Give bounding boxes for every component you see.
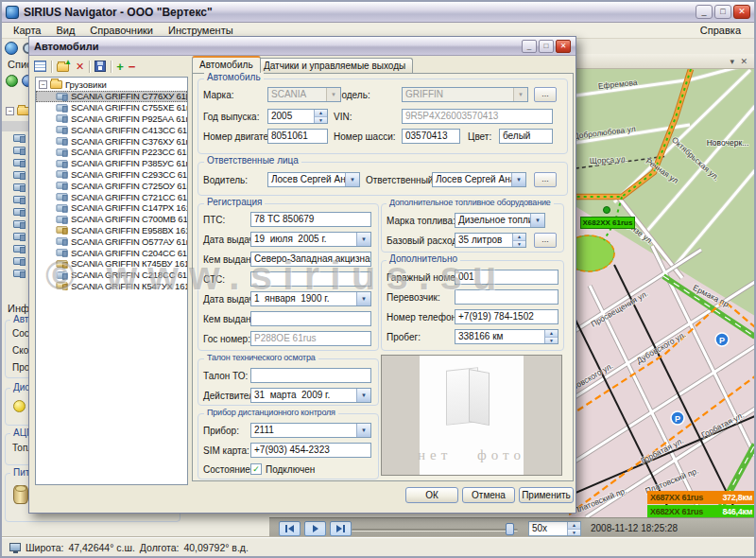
folder-up-icon[interactable]: ▲: [57, 61, 71, 73]
pts-date-picker[interactable]: 19 июля 2005 г.: [250, 232, 371, 247]
pane-close-icon[interactable]: ✕: [740, 57, 747, 66]
tree-item[interactable]: SCANIA GRIFFIN С413СС 61rus: [36, 124, 187, 135]
fuel-brand-combo[interactable]: Дизельное топливо: [455, 213, 545, 228]
spinner-arrows[interactable]: [567, 522, 580, 535]
tree-item[interactable]: SCANIA GRIFFIN С376ХУ 61rus: [36, 135, 187, 147]
navigate-icon[interactable]: [5, 42, 18, 55]
add-icon[interactable]: +: [116, 61, 124, 73]
skip-back-button[interactable]: [279, 521, 301, 536]
menu-vid[interactable]: Вид: [48, 24, 82, 37]
route-legend-orange[interactable]: Х687ХХ 61rus 372,8км: [647, 491, 755, 504]
chassis-field[interactable]: 03570413: [402, 129, 460, 144]
mileage-spinner[interactable]: 338166 км: [455, 329, 558, 344]
globe-icon[interactable]: [6, 75, 18, 87]
driver-combo[interactable]: Лосев Сергей Анатоль: [267, 172, 360, 187]
pts-issuer-field[interactable]: Северо-Западная акцизная т: [250, 252, 371, 267]
dialog-titlebar[interactable]: Автомобили: [29, 37, 576, 56]
vin-field[interactable]: 9R5P4X26003570413: [402, 109, 553, 124]
tree-item[interactable]: SCANIA GRIFFIN С218СС 61rus: [36, 270, 187, 281]
tree-item[interactable]: SCANIA GRIFFIN Р925АА 61rus: [36, 113, 187, 125]
tree-item[interactable]: SCANIA GRIFFIN С721СС 61rus: [36, 191, 187, 202]
tab-datchiki[interactable]: Датчики и управляемые выходы: [256, 58, 413, 73]
timeline-slider[interactable]: [352, 529, 518, 532]
tree-item[interactable]: SCANIA GRIFFIN К745ВУ 161rus: [36, 258, 187, 270]
persons-browse-button[interactable]: ...: [534, 172, 557, 187]
tree-item[interactable]: SCANIA GRIFFIN С725ОУ 61rus: [36, 180, 187, 191]
fuel-browse-button[interactable]: ...: [534, 233, 557, 248]
play-button[interactable]: [304, 521, 326, 536]
skip-forward-button[interactable]: [330, 521, 352, 536]
dialog-maximize-button[interactable]: [539, 40, 554, 53]
map-canvas[interactable]: P P ЕфремоваДобролюбова улЩорса ул.Октяб…: [569, 69, 755, 517]
carrier-field[interactable]: [455, 289, 558, 305]
pts-field[interactable]: 78 ТС 850679: [250, 212, 371, 227]
speed-spinner[interactable]: 50x: [528, 521, 581, 536]
color-field[interactable]: белый: [499, 129, 553, 144]
phone-field[interactable]: +7(919) 784-1502: [455, 309, 558, 324]
close-button[interactable]: [733, 5, 750, 19]
valid-until-picker[interactable]: 31 марта 2009 г.: [250, 388, 371, 403]
delete-icon[interactable]: ✕: [76, 61, 84, 73]
save-icon[interactable]: [94, 61, 106, 72]
pane-collapse-icon[interactable]: ▾: [730, 57, 734, 66]
vehicle-map-label[interactable]: Х682ХХ 61rus: [580, 217, 635, 229]
minimize-button[interactable]: [696, 5, 713, 19]
sts-field[interactable]: [250, 271, 371, 287]
tree-item[interactable]: SCANIA GRIFFIN С204СС 61rus: [36, 247, 187, 258]
restore-button[interactable]: [714, 5, 731, 19]
tab-avtomobil[interactable]: Автомобиль: [192, 56, 261, 73]
apply-button[interactable]: Применить: [519, 487, 574, 503]
spinner-arrows[interactable]: [314, 110, 327, 123]
sts-date-picker[interactable]: 1 января 1900 г.: [250, 291, 371, 306]
connected-checkbox[interactable]: [250, 463, 262, 475]
device-combo[interactable]: 2111: [250, 423, 371, 438]
tree-item[interactable]: SCANIA GRIFFIN С755ХЕ 61rus: [36, 102, 187, 113]
spinner-arrows[interactable]: [512, 234, 525, 247]
year-spinner[interactable]: 2005: [267, 109, 328, 124]
remove-icon[interactable]: −: [129, 61, 136, 73]
vehicle-marker[interactable]: [604, 207, 610, 214]
fuel-rate-spinner[interactable]: 35 литров: [455, 233, 526, 248]
garage-field[interactable]: 001: [455, 270, 558, 285]
chevron-down-icon[interactable]: [356, 424, 370, 437]
chevron-down-icon[interactable]: [356, 389, 370, 402]
chevron-down-icon[interactable]: [511, 173, 525, 186]
expander-icon[interactable]: [39, 80, 47, 89]
responsible-combo[interactable]: Лосев Сергей Анатоль: [432, 172, 526, 187]
tree-item[interactable]: SCANIA GRIFFIN О577АУ 61rus: [36, 235, 187, 247]
chevron-down-icon[interactable]: [356, 233, 370, 246]
chevron-down-icon[interactable]: [326, 88, 340, 101]
sidebar-tree-selection[interactable]: [2, 121, 30, 131]
tree-item[interactable]: SCANIA GRIFFIN С700МВ 61rus: [36, 214, 187, 225]
list-view-icon[interactable]: [34, 61, 46, 72]
engine-field[interactable]: 8051061: [267, 129, 328, 144]
dialog-minimize-button[interactable]: [522, 40, 537, 53]
marka-combo[interactable]: SCANIA: [267, 87, 341, 102]
tree-item[interactable]: SCANIA GRIFFIN С147РХ 161rus: [36, 202, 187, 214]
tree-item[interactable]: SCANIA GRIFFIN Е958ВХ 161rus: [36, 225, 187, 236]
menu-karta[interactable]: Карта: [6, 24, 48, 37]
tree-item[interactable]: SCANIA GRIFFIN К547УХ 161rus: [36, 281, 187, 292]
spinner-arrows[interactable]: [544, 330, 558, 343]
timeline-thumb[interactable]: [506, 523, 514, 535]
model-combo[interactable]: GRIFFIN: [402, 87, 528, 102]
menu-spravka[interactable]: Справка: [691, 24, 750, 37]
tree-item[interactable]: SCANIA GRIFFIN С776ХУ 61rus: [36, 91, 187, 102]
model-browse-button[interactable]: ...: [534, 87, 557, 102]
tree-item[interactable]: SCANIA GRIFFIN С293СС 61rus: [36, 169, 187, 181]
tree-item[interactable]: SCANIA GRIFFIN Р385УС 61rus: [36, 158, 187, 169]
tree-item[interactable]: SCANIA GRIFFIN Р223СС 61rus: [36, 147, 187, 158]
route-legend-green[interactable]: Х682ХХ 61rus 846,4км: [647, 505, 755, 518]
ok-button[interactable]: ОК: [405, 487, 458, 503]
ticket-field[interactable]: [250, 368, 371, 383]
dialog-close-button[interactable]: [556, 40, 571, 53]
chevron-down-icon[interactable]: [345, 173, 359, 186]
sim-field[interactable]: +7(903) 454-2323: [250, 443, 371, 458]
sts-issuer-field[interactable]: [250, 311, 371, 326]
expander-icon[interactable]: [6, 107, 14, 115]
menu-instrumenty[interactable]: Инструменты: [161, 24, 241, 37]
gos-number-field[interactable]: Р288ОЕ 61rus: [250, 331, 371, 346]
tree-root[interactable]: Грузовики: [36, 78, 187, 91]
chevron-down-icon[interactable]: [530, 214, 544, 227]
cancel-button[interactable]: Отмена: [462, 487, 515, 503]
